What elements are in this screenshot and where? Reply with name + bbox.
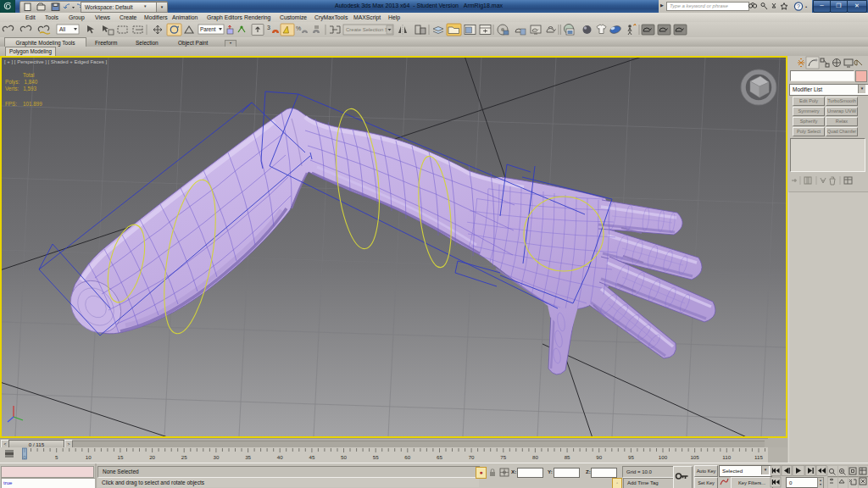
svg-text:10: 10 xyxy=(86,454,92,460)
svg-text:90: 90 xyxy=(596,454,602,460)
svg-text:50: 50 xyxy=(341,454,347,460)
svg-text:60: 60 xyxy=(404,454,410,460)
svg-text:25: 25 xyxy=(181,454,187,460)
svg-text:5: 5 xyxy=(55,454,58,460)
svg-text:15: 15 xyxy=(117,454,123,460)
svg-text:3: 3 xyxy=(267,25,270,30)
svg-text:115: 115 xyxy=(754,454,763,460)
svg-text:%: % xyxy=(296,25,301,31)
svg-text:Create Selection Se: Create Selection Se xyxy=(346,27,392,32)
svg-text:All: All xyxy=(59,26,66,32)
svg-text:100: 100 xyxy=(659,454,668,460)
svg-text:20: 20 xyxy=(149,454,155,460)
svg-text:110: 110 xyxy=(722,454,731,460)
svg-text:30: 30 xyxy=(213,454,219,460)
svg-text:105: 105 xyxy=(690,454,699,460)
svg-text:Parent: Parent xyxy=(200,26,216,32)
svg-text:35: 35 xyxy=(245,454,251,460)
svg-text:75: 75 xyxy=(500,454,506,460)
svg-text:80: 80 xyxy=(532,454,538,460)
svg-text:85: 85 xyxy=(565,454,570,460)
svg-text:?: ? xyxy=(797,3,800,9)
svg-text:55: 55 xyxy=(373,454,379,460)
svg-text:65: 65 xyxy=(437,454,442,460)
svg-text:•: • xyxy=(805,4,807,9)
svg-text:95: 95 xyxy=(628,454,634,460)
svg-text:40: 40 xyxy=(277,454,283,460)
svg-text:45: 45 xyxy=(309,454,314,460)
svg-text:70: 70 xyxy=(469,454,475,460)
